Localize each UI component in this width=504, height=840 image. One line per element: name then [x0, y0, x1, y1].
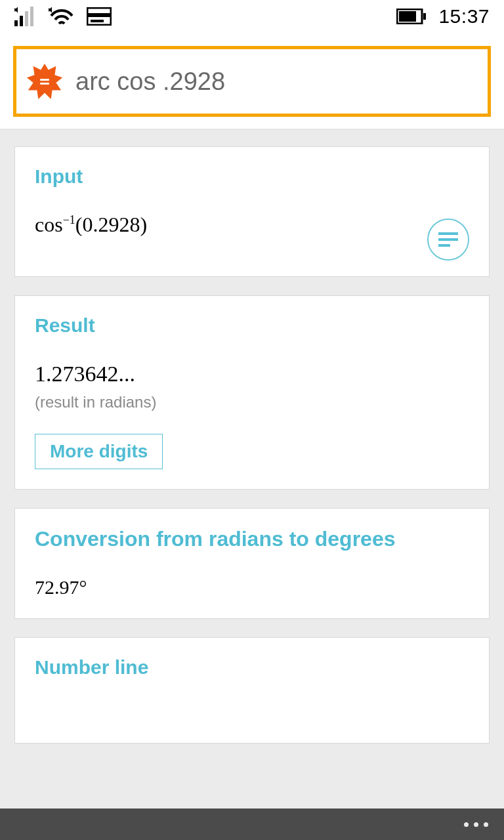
formula-exp: −1: [63, 213, 75, 226]
signal-icon: [14, 7, 37, 26]
clock: 15:37: [438, 5, 490, 28]
result-value: 1.273642...: [35, 362, 469, 387]
result-note: (result in radians): [35, 393, 469, 411]
card-numberline-title: Number line: [35, 656, 469, 679]
svg-rect-8: [399, 11, 416, 22]
searchbar-container: [0, 33, 504, 131]
status-right: 15:37: [396, 5, 490, 28]
svg-rect-2: [25, 11, 28, 26]
svg-rect-5: [87, 13, 111, 17]
svg-rect-13: [438, 232, 458, 235]
card-numberline: Number line: [14, 637, 490, 744]
battery-icon: [396, 9, 427, 24]
app-bar[interactable]: [0, 808, 504, 840]
svg-rect-14: [438, 238, 458, 241]
card-icon: [87, 7, 112, 26]
card-input: Input cos−1(0.2928): [14, 146, 490, 277]
svg-rect-11: [40, 79, 49, 81]
svg-marker-10: [27, 64, 62, 99]
svg-rect-9: [423, 13, 426, 20]
svg-rect-0: [14, 20, 18, 26]
card-conversion: Conversion from radians to degrees 72.97…: [14, 508, 490, 619]
formula-arg: (0.2928): [75, 213, 147, 236]
card-conversion-title: Conversion from radians to degrees: [35, 527, 469, 551]
svg-rect-6: [91, 20, 104, 22]
svg-rect-1: [20, 16, 23, 26]
card-result: Result 1.273642... (result in radians) M…: [14, 295, 490, 490]
input-formula: cos−1(0.2928): [35, 213, 469, 237]
wifi-icon: [49, 7, 75, 26]
status-bar: 15:37: [0, 0, 504, 33]
pod-menu-button[interactable]: [427, 219, 469, 261]
card-result-title: Result: [35, 314, 469, 337]
conversion-value: 72.97°: [35, 576, 469, 598]
wolfram-logo-icon: [26, 62, 64, 100]
card-input-title: Input: [35, 165, 469, 188]
search-input[interactable]: [75, 68, 478, 96]
content: Input cos−1(0.2928) Result 1.273642... (…: [0, 131, 504, 840]
more-icon[interactable]: [464, 822, 488, 827]
formula-prefix: cos: [35, 213, 63, 236]
svg-rect-15: [438, 244, 450, 247]
lines-icon: [438, 232, 458, 247]
status-left: [14, 7, 112, 26]
svg-rect-3: [30, 7, 33, 26]
searchbar[interactable]: [13, 46, 491, 117]
more-digits-button[interactable]: More digits: [35, 434, 163, 469]
svg-rect-12: [40, 83, 49, 85]
